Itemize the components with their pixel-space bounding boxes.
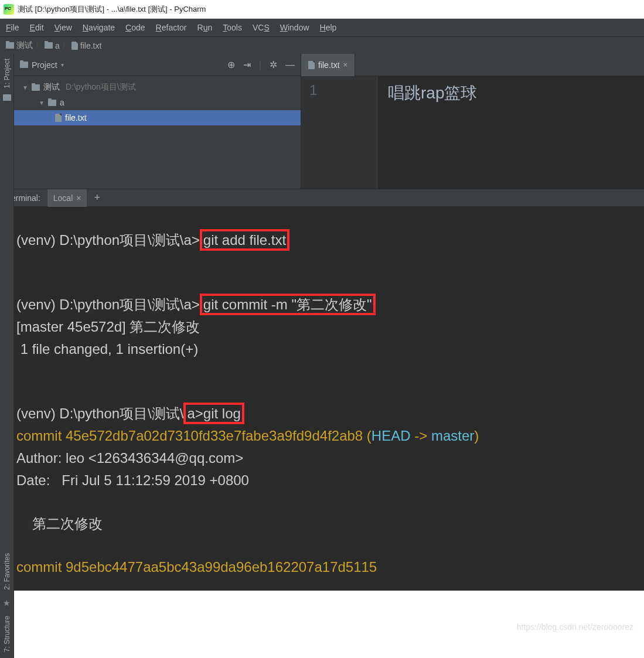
close-icon[interactable]: × [343,60,348,69]
gear-icon[interactable]: ✲ [270,59,277,70]
close-icon[interactable]: × [76,193,81,203]
highlight-box: git commit -m "第二次修改" [200,294,376,315]
terminal-panel: Terminal: Local × + (venv) D:\python项目\测… [0,189,644,591]
minimize-icon[interactable]: — [285,60,295,70]
terminal-line: (venv) D:\python项目\测试\a>git add file.txt… [16,230,628,579]
file-icon [71,42,78,50]
chevron-down-icon: ▾ [61,62,64,68]
editor-tabbar: file.txt × [301,54,644,76]
breadcrumb-root[interactable]: 测试 [6,40,33,51]
watermark: https://blog.csdn.net/zeroooorez [517,622,633,632]
breadcrumb: 测试 〉 a 〉 file.txt [0,36,644,54]
star-icon: ★ [3,598,11,608]
breadcrumb-dir[interactable]: a [45,41,60,50]
project-toolbar: ⊕ ⇥ | ✲ — [227,59,295,70]
chevron-right-icon: 〉 [35,40,42,50]
editor-content[interactable]: 唱跳rap篮球 [377,76,644,189]
tree-path: D:\python项目\测试 [66,82,136,93]
menu-vcs[interactable]: VCS [253,23,270,32]
project-tree: ▼ 测试 D:\python项目\测试 ▼ a file.txt [14,76,301,129]
folder-icon [45,42,53,49]
menu-view[interactable]: View [54,23,72,32]
side-tab-favorites[interactable]: 2: Favorites [3,553,11,590]
line-gutter: 1 [301,76,377,189]
add-terminal-button[interactable]: + [87,192,107,204]
menu-tools[interactable]: Tools [223,23,242,32]
collapse-icon[interactable]: ⇥ [243,59,251,70]
crumb-label: file.txt [80,41,102,50]
breadcrumb-file[interactable]: file.txt [71,41,102,50]
menu-run[interactable]: Run [197,23,213,32]
title-bar: 测试 [D:\python项目\测试] - ...\a\file.txt [测试… [0,0,644,19]
folder-icon [3,94,11,101]
folder-icon [32,84,40,91]
locate-icon[interactable]: ⊕ [227,59,235,70]
main-area: 1: Project Project ▾ ⊕ ⇥ | ✲ — ▼ 测试 D:\p [0,54,644,189]
menu-refactor[interactable]: Refactor [156,23,187,32]
terminal-tab-label: Local [53,193,73,203]
tree-label: file.txt [65,113,87,122]
terminal-tab-local[interactable]: Local × [47,189,87,207]
tree-root[interactable]: ▼ 测试 D:\python项目\测试 [14,80,301,95]
menu-navigate[interactable]: Navigate [83,23,115,32]
menu-code[interactable]: Code [125,23,145,32]
chevron-down-icon: ▼ [22,84,28,91]
menu-window[interactable]: Window [280,23,309,32]
terminal-output[interactable]: (venv) D:\python项目\测试\a>git add file.txt… [0,206,644,591]
editor: file.txt × 1 唱跳rap篮球 [301,54,644,189]
left-gutter: 1: Project [0,54,14,189]
pycharm-icon [4,4,14,15]
window-title: 测试 [D:\python项目\测试] - ...\a\file.txt [测试… [18,4,206,15]
crumb-label: a [55,41,60,50]
code-line: 唱跳rap篮球 [388,84,477,102]
tree-label: a [60,98,64,107]
folder-icon [48,100,56,106]
left-side-tabs: 2: Favorites ★ 7: Structure [0,172,14,658]
folder-icon [6,42,14,49]
crumb-label: 测试 [16,40,33,51]
tree-label: 测试 [43,82,60,93]
folder-icon [20,62,28,68]
editor-tab[interactable]: file.txt × [301,54,355,76]
tab-label: file.txt [318,60,340,70]
menu-bar: File Edit View Navigate Code Refactor Ru… [0,19,644,36]
file-icon [55,114,62,122]
project-panel: Project ▾ ⊕ ⇥ | ✲ — ▼ 测试 D:\python项目\测试 … [14,54,301,189]
divider: | [259,60,261,70]
line-number: 1 [309,82,377,98]
project-title-label: Project [32,60,57,70]
side-tab-structure[interactable]: 7: Structure [3,616,11,652]
chevron-down-icon: ▼ [39,100,45,106]
project-header: Project ▾ ⊕ ⇥ | ✲ — [14,54,301,76]
tree-dir[interactable]: ▼ a [14,95,301,110]
highlight-box: a>git log [183,403,244,424]
menu-edit[interactable]: Edit [30,23,44,32]
file-icon [308,61,315,69]
terminal-tabs: Terminal: Local × + [0,189,644,206]
editor-body[interactable]: 1 唱跳rap篮球 [301,76,644,189]
highlight-box: git add file.txt [200,229,289,251]
chevron-right-icon: 〉 [62,40,69,50]
menu-file[interactable]: File [6,23,19,32]
tree-file-selected[interactable]: file.txt [14,110,301,125]
menu-help[interactable]: Help [320,23,337,32]
side-tab-project[interactable]: 1: Project [3,59,11,88]
project-dropdown[interactable]: Project ▾ [20,60,64,70]
